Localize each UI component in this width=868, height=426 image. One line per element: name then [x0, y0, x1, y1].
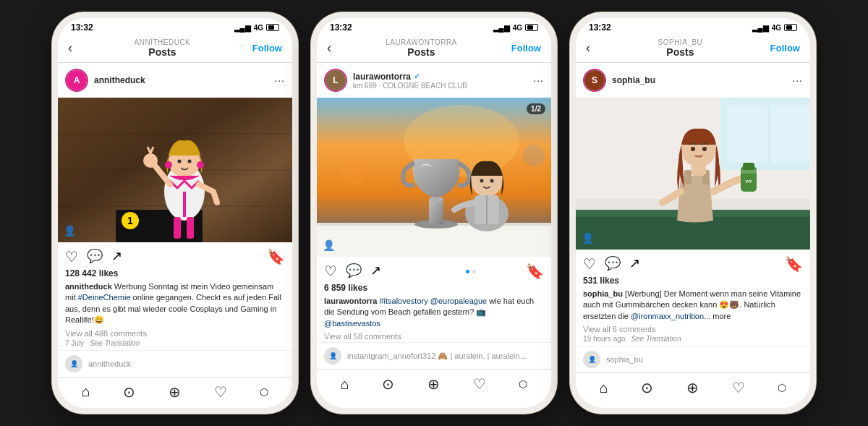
user-avatar[interactable]: A — [65, 69, 88, 92]
follow-button[interactable]: Follow — [252, 43, 282, 54]
phone-screen-annie: 13:32 ▂▄▆ 4G ‹ ANNITHEDUCK Posts — [58, 18, 292, 408]
profile-nav-button[interactable]: ⬡ — [519, 378, 527, 390]
like-button[interactable]: ♡ — [65, 248, 78, 265]
likes-nav-button[interactable]: ♡ — [732, 379, 745, 396]
battery-icon — [784, 24, 797, 31]
search-nav-button[interactable]: ⊙ — [641, 379, 653, 396]
svg-text:VIT: VIT — [745, 179, 752, 184]
svg-rect-50 — [741, 170, 757, 174]
signal-text: ▂▄▆ — [234, 24, 251, 32]
comment-button[interactable]: 💬 — [87, 248, 103, 265]
battery-fill — [268, 25, 274, 30]
user-avatar[interactable]: L — [324, 69, 347, 92]
svg-rect-16 — [187, 217, 194, 239]
like-button[interactable]: ♡ — [324, 263, 337, 280]
post-timestamp: 19 hours ago See Translation — [576, 335, 810, 346]
top-nav: ‹ LAURAWONTORRA Posts Follow — [317, 35, 551, 63]
user-tag-icon[interactable]: 👤 — [582, 232, 594, 244]
comment-input-placeholder[interactable]: sophia_bu — [606, 355, 803, 364]
phone-laura: 13:32 ▂▄▆ 4G ‹ LAURAWONTORRA Posts — [311, 12, 557, 414]
profile-nav-button[interactable]: ⬡ — [778, 382, 786, 393]
bookmark-button[interactable]: 🔖 — [267, 248, 285, 265]
view-comments-button[interactable]: View all 488 comments — [58, 329, 292, 339]
post-image: 1/2 👤 — [317, 98, 551, 257]
network-type: 4G — [513, 24, 522, 32]
view-comments-button[interactable]: View all 6 comments — [576, 325, 810, 335]
caption-username[interactable]: annitheduck — [65, 282, 112, 291]
user-avatar[interactable]: S — [583, 69, 606, 92]
top-nav: ‹ ANNITHEDUCK Posts Follow — [58, 35, 292, 63]
profile-nav-button[interactable]: ⬡ — [260, 386, 268, 398]
status-time: 13:32 — [330, 22, 352, 33]
post-location: km 689 · COLOGNE BEACH CLUB — [353, 82, 527, 90]
post-username[interactable]: annitheduck — [94, 75, 268, 85]
back-button[interactable]: ‹ — [586, 41, 590, 56]
comment-input-placeholder[interactable]: instantgram_annefort312 🙈 | auralein, | … — [347, 352, 544, 361]
back-button[interactable]: ‹ — [68, 41, 72, 56]
add-nav-button[interactable]: ⊕ — [169, 383, 181, 401]
user-tag-icon[interactable]: 👤 — [64, 225, 76, 237]
post-username[interactable]: sophia_bu — [612, 75, 786, 85]
post-user-info: laurawontorra ✓ km 689 · COLOGNE BEACH C… — [353, 72, 527, 90]
nav-title: Posts — [148, 46, 176, 58]
search-nav-button[interactable]: ⊙ — [382, 375, 394, 393]
svg-point-32 — [339, 156, 367, 184]
nav-username: SOPHIA_BU — [658, 38, 703, 46]
caption-username[interactable]: sophia_bu — [583, 289, 623, 298]
follow-button[interactable]: Follow — [511, 43, 541, 54]
more-options-button[interactable]: ··· — [792, 74, 803, 86]
timestamp-text: 7 July — [65, 339, 84, 347]
status-bar: 13:32 ▂▄▆ 4G — [576, 18, 810, 35]
share-button[interactable]: ↗ — [370, 263, 381, 280]
likes-count: 6 859 likes — [317, 283, 551, 296]
search-nav-button[interactable]: ⊙ — [123, 383, 135, 401]
translate-button[interactable]: See Translation — [631, 335, 681, 343]
translate-button[interactable]: See Translation — [90, 339, 140, 347]
home-nav-button[interactable]: ⌂ — [82, 383, 90, 400]
svg-point-12 — [143, 153, 158, 168]
nav-center: ANNITHEDUCK Posts — [135, 38, 191, 58]
share-button[interactable]: ↗ — [111, 248, 122, 265]
signal-text: ▂▄▆ — [493, 24, 510, 32]
status-icons: ▂▄▆ 4G — [234, 24, 279, 32]
home-nav-button[interactable]: ⌂ — [341, 376, 349, 393]
nav-title: Posts — [407, 46, 435, 58]
nav-title: Posts — [666, 46, 694, 58]
more-options-button[interactable]: ··· — [533, 74, 544, 86]
bookmark-button[interactable]: 🔖 — [526, 263, 544, 280]
view-comments-button[interactable]: View all 58 comments — [317, 332, 551, 342]
avatar-image: A — [67, 70, 87, 90]
svg-point-28 — [480, 179, 484, 183]
likes-nav-button[interactable]: ♡ — [473, 375, 486, 393]
more-options-button[interactable]: ··· — [274, 74, 285, 86]
user-tag-icon[interactable]: 👤 — [323, 239, 335, 251]
svg-point-29 — [490, 179, 494, 183]
back-button[interactable]: ‹ — [327, 41, 331, 56]
svg-rect-24 — [429, 199, 443, 224]
home-nav-button[interactable]: ⌂ — [600, 380, 608, 396]
add-nav-button[interactable]: ⊕ — [427, 375, 440, 393]
like-button[interactable]: ♡ — [583, 255, 596, 273]
phone-frame-annie: 13:32 ▂▄▆ 4G ‹ ANNITHEDUCK Posts — [52, 12, 298, 414]
caption-username[interactable]: laurawontorra — [324, 297, 377, 305]
comment-button[interactable]: 💬 — [346, 263, 362, 280]
top-nav: ‹ SOPHIA_BU Posts Follow — [576, 35, 810, 63]
action-bar: ♡ 💬 ↗ 🔖 — [576, 250, 810, 276]
follow-button[interactable]: Follow — [770, 43, 800, 54]
nav-username: LAURAWONTORRA — [386, 38, 457, 46]
likes-nav-button[interactable]: ♡ — [214, 383, 227, 401]
post-caption: annitheduck Werbung Sonntag ist mein Vid… — [58, 281, 292, 329]
status-bar: 13:32 ▂▄▆ 4G — [317, 18, 551, 35]
bookmark-button[interactable]: 🔖 — [785, 255, 803, 273]
add-nav-button[interactable]: ⊕ — [686, 379, 699, 396]
comment-user-avatar: 👤 — [324, 347, 341, 365]
svg-point-46 — [691, 147, 695, 151]
post-username[interactable]: laurawontorra ✓ — [353, 72, 527, 82]
phone-frame-laura: 13:32 ▂▄▆ 4G ‹ LAURAWONTORRA Posts — [311, 12, 557, 414]
comment-input-placeholder[interactable]: annitheduck — [88, 359, 285, 368]
post-image: 1 👤 — [58, 98, 292, 242]
verified-badge: ✓ — [414, 72, 420, 80]
share-button[interactable]: ↗ — [629, 255, 640, 273]
phone-screen-sophia: 13:32 ▂▄▆ 4G ‹ SOPHIA_BU Posts — [576, 18, 810, 408]
comment-button[interactable]: 💬 — [605, 255, 621, 273]
